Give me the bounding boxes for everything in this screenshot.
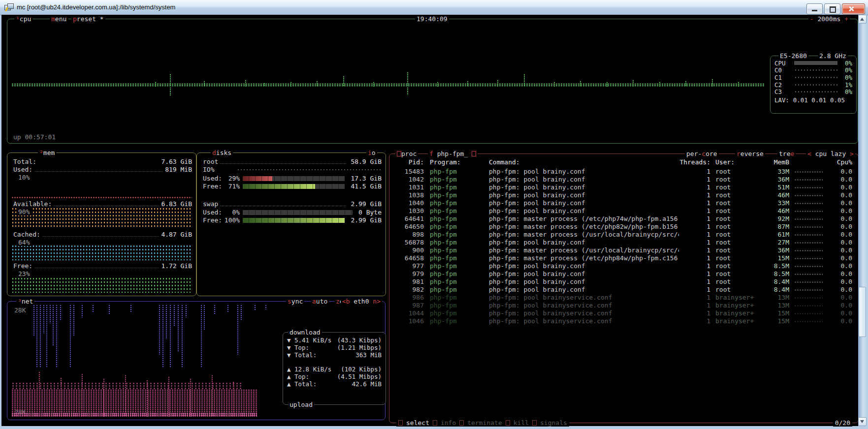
process-cpu-minigraph [794,312,823,315]
mem-used-graph [11,196,192,199]
kill-action[interactable]: kill [514,419,529,427]
uptime: up 00:57:01 [13,133,56,141]
disk-root-free-bar [243,184,345,189]
down-arrow-icon: ▼ [287,344,294,351]
proc-table-header: Pid: Program: Command: Threads: User: Me… [393,158,854,166]
scroll-down-icon [860,420,864,423]
download-total-row: ▼Total:363 MiB [287,351,382,359]
proc-table-row[interactable]: 1031 php-fpm php-fpm: pool brainy.conf 1… [393,183,854,191]
upload-title: upload [288,401,314,408]
proc-table-row[interactable]: 1030 php-fpm php-fpm: pool brainy.conf 1… [393,207,854,214]
terminate-action[interactable]: terminate [467,419,502,427]
process-cpu-minigraph [794,234,823,236]
net-prev-device-button[interactable]: <b [342,298,350,305]
scroll-up-button[interactable] [858,15,867,24]
proc-table-row[interactable]: 977 php-fpm php-fpm: pool brainy.conf 1 … [393,262,854,270]
maximize-button[interactable] [824,3,840,14]
process-cpu-minigraph [794,305,823,307]
sort-next-button[interactable]: > [850,150,854,157]
proc-table-row[interactable]: 898 php-fpm php-fpm: master process (/us… [393,230,854,238]
key-icon [506,420,510,426]
cpu-core-row: C00% [774,67,852,74]
proc-table-row[interactable]: 56878 php-fpm php-fpm: pool brainy.conf … [393,238,854,246]
disk-swap-free-row: Free:100% 2.99 GiB [203,216,382,224]
proc-table-row[interactable]: 900 php-fpm php-fpm: master process (/us… [393,246,854,254]
scroll-down-button[interactable] [858,417,867,426]
disks-io-toggle[interactable]: io [366,149,377,156]
cpu-box: ¹cpu menu preset * 19:40:09 - 2000ms + E… [7,19,858,144]
minimize-button[interactable] [806,3,823,14]
process-cpu-minigraph [794,218,823,220]
proc-table-row[interactable]: 1046 php-fpm php-fpm: pool brainyservice… [393,317,854,325]
disks-box: disks io root58.9 GiB IO% Used:29% 17.3 … [196,153,386,296]
interval-decrease-button[interactable]: - [810,15,814,23]
signals-action[interactable]: signals [540,419,567,427]
proc-table-row[interactable]: 1042 php-fpm php-fpm: pool brainy.conf 1… [393,175,854,183]
clock: 19:40:09 [415,15,449,23]
filter-clear-icon[interactable] [472,151,476,156]
proc-table-row[interactable]: 64650 php-fpm php-fpm: master process (/… [393,222,854,230]
window-scrollbar[interactable] [858,15,867,426]
mem-cached-percent: 64% [18,239,33,246]
cpu-usage-graph [11,58,764,113]
proc-table-row[interactable]: 1040 php-fpm php-fpm: pool brainy.conf 1… [393,199,854,207]
mem-box-title[interactable]: ²mem [38,149,56,156]
proc-table-row[interactable]: 64658 php-fpm php-fpm: master process (/… [393,254,854,262]
proc-table-row[interactable]: 1044 php-fpm php-fpm: pool brainyservice… [393,309,854,317]
proc-table-row[interactable]: 982 php-fpm php-fpm: pool brainy.conf 1 … [393,285,854,293]
disk-root-used-bar [243,176,345,181]
proc-box-title[interactable]: proc [395,150,418,157]
disks-title-rest: isks [216,149,231,156]
minimize-icon [812,10,817,11]
proc-table-row[interactable]: 987 php-fpm php-fpm: pool brainyservice.… [393,301,854,309]
upload-speed-row: ▲12.8 KiB/s(102 Kibps) [287,366,382,373]
proc-box: proc f php-fpm_ per-core reverse tree < … [389,153,859,423]
disk-root-row: root58.9 GiB [203,158,382,165]
down-arrow-icon: ▼ [287,337,294,344]
up-arrow-icon: ▲ [287,366,294,373]
net-next-device-button[interactable]: n> [373,298,381,305]
process-cpu-minigraph [794,194,823,197]
cpu-box-title[interactable]: ¹cpu [14,15,32,23]
scrollbar-thumb[interactable] [859,287,866,337]
process-cpu-minigraph [794,171,823,173]
cpu-total-bar [794,61,837,65]
select-action[interactable]: select [406,419,429,427]
proc-footer-menu: select info terminate kill signals [396,419,569,427]
proc-table-row[interactable]: 64641 php-fpm php-fpm: master process (/… [393,214,854,222]
proc-table-row[interactable]: 15483 php-fpm php-fpm: pool brainy.conf … [393,167,854,175]
proc-table-row[interactable]: 981 php-fpm php-fpm: pool brainy.conf 1 … [393,277,854,285]
preset-button[interactable]: preset * [71,15,105,23]
proc-table-row[interactable]: 1038 php-fpm php-fpm: pool brainy.conf 1… [393,191,854,199]
sort-prev-button[interactable]: < [807,150,811,157]
interval-increase-button[interactable]: + [844,15,848,23]
upload-total-row: ▲Total:42.6 MiB [287,380,382,388]
net-auto-button[interactable]: auto [311,298,329,305]
net-box-title[interactable]: ³net [16,298,34,305]
mem-available-row: Available:6.83 GiB [13,200,192,208]
per-core-toggle[interactable]: per-core [685,150,719,157]
process-cpu-minigraph [794,281,823,283]
close-button[interactable] [842,3,865,14]
key-icon [532,420,537,426]
reverse-toggle[interactable]: reverse [735,150,765,157]
download-speed-row: ▼5.41 KiB/s(43.3 Kibps) [287,337,382,344]
proc-rows: 15483 php-fpm php-fpm: pool brainy.conf … [393,167,854,325]
titlebar: mc [root@ub24.itdeveloper.com.ua]:/lib/s… [0,0,868,15]
mem-total-row: Total:7.63 GiB [13,158,192,165]
proc-table-row[interactable]: 986 php-fpm php-fpm: pool brainyservice.… [393,293,854,301]
info-action[interactable]: info [441,419,456,427]
cpu-graph-baseline [11,83,764,87]
proc-table-row[interactable]: 979 php-fpm php-fpm: pool brainy.conf 1 … [393,270,854,277]
net-sync-button[interactable]: sync [286,298,304,305]
tree-toggle[interactable]: tree [777,150,796,157]
down-arrow-icon: ▼ [287,351,294,359]
disks-box-title: disks [211,149,233,156]
download-title: download [288,329,322,336]
menu-button[interactable]: menu [50,15,68,23]
process-cpu-minigraph [794,202,823,205]
process-cpu-minigraph [794,249,823,252]
sort-selector: < cpu lazy > [806,150,855,157]
disk-root-used-row: Used:29% 17.3 GiB [203,175,382,182]
proc-filter-input[interactable]: f php-fpm_ [428,150,478,157]
